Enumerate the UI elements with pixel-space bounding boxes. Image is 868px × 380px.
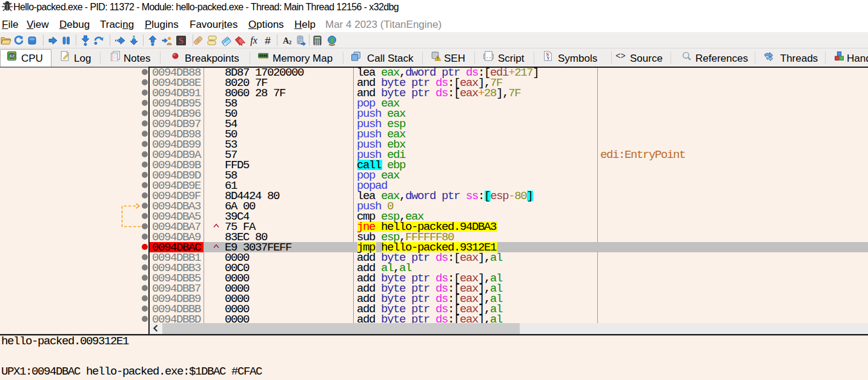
svg-text:fx: fx bbox=[250, 35, 257, 46]
svg-text:32: 32 bbox=[9, 53, 15, 59]
svg-text:{..}: {..} bbox=[483, 54, 494, 60]
svg-text:<>: <> bbox=[615, 52, 626, 61]
svg-text:S: S bbox=[179, 36, 184, 45]
svg-text:2: 2 bbox=[289, 39, 292, 45]
svg-text:#: # bbox=[265, 35, 271, 46]
